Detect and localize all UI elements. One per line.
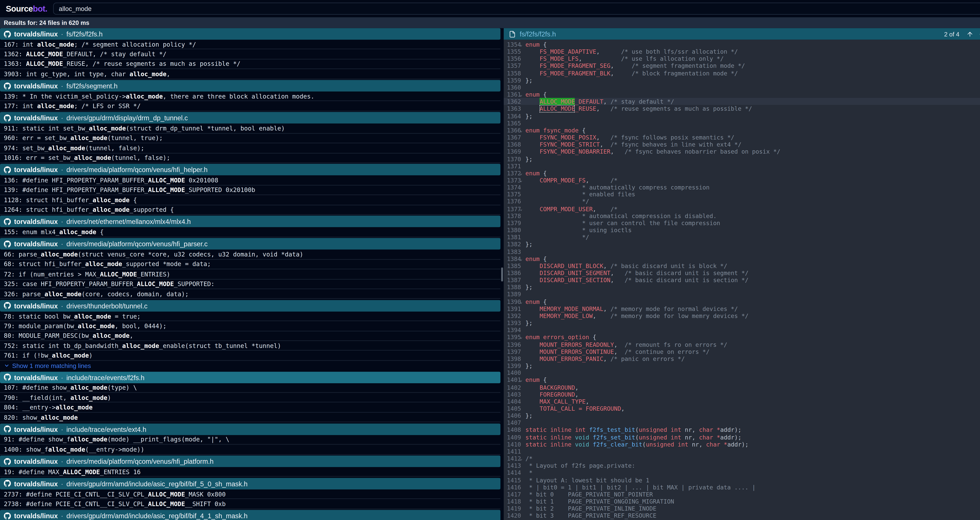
- match-line-row[interactable]: 107: #define show_alloc_mode(type) \: [0, 383, 500, 393]
- code-line-number[interactable]: 1354: [504, 41, 520, 48]
- match-line-row[interactable]: 911: static int set_bw_alloc_mode(struct…: [0, 124, 500, 134]
- show-more-matches-link[interactable]: Show 1 more matching lines: [0, 361, 500, 371]
- code-line-number[interactable]: 1419: [504, 505, 520, 512]
- file-match-header[interactable]: torvalds/linux·include/trace/events/f2fs…: [0, 372, 500, 383]
- match-line-row[interactable]: 2738: #define PCIE_CI_CNTL__CI_SLV_CPL_A…: [0, 499, 500, 509]
- match-line-row[interactable]: 19: #define MAX_ALLOC_MODE_ENTRIES 16: [0, 467, 500, 477]
- code-line-number[interactable]: 1369: [504, 148, 520, 155]
- fold-chevron-icon[interactable]: ⌄: [520, 376, 525, 383]
- match-line-row[interactable]: 761: if (!bw_alloc_mode): [0, 351, 500, 361]
- match-line-row[interactable]: 974: set_bw_alloc_mode(tunnel, false);: [0, 143, 500, 153]
- fold-chevron-icon[interactable]: ⌄: [520, 91, 525, 98]
- match-line-row[interactable]: 78: static bool bw_alloc_mode = true;: [0, 312, 500, 321]
- code-line-number[interactable]: 1409: [504, 434, 520, 440]
- code-line-number[interactable]: 1375: [504, 191, 520, 198]
- file-match-header[interactable]: torvalds/linux·include/trace/events/ext4…: [0, 423, 500, 435]
- code-line-number[interactable]: 1410: [504, 440, 520, 448]
- match-line-row[interactable]: 136: #define HFI_PROPERTY_PARAM_BUFFER_A…: [0, 176, 500, 185]
- match-line-row[interactable]: 66: parse_alloc_mode(struct venus_core *…: [0, 250, 500, 259]
- match-line-row[interactable]: 2737: #define PCIE_CI_CNTL__CI_SLV_CPL_A…: [0, 490, 500, 499]
- code-line-number[interactable]: 1418: [504, 498, 520, 505]
- code-line-number[interactable]: 1362: [504, 98, 520, 105]
- fold-chevron-icon[interactable]: ⌄: [520, 298, 525, 305]
- code-line-number[interactable]: 1379: [504, 219, 520, 226]
- match-line-row[interactable]: 752: static int tb_dp_bandwidth_alloc_mo…: [0, 341, 500, 351]
- fold-chevron-icon[interactable]: ⌄: [520, 334, 525, 341]
- match-line-row[interactable]: 1264: struct hfi_buffer_alloc_mode_suppo…: [0, 205, 500, 215]
- file-match-header[interactable]: torvalds/linux·fs/f2fs/f2fs.h: [0, 28, 500, 40]
- match-line-row[interactable]: 1128: struct hfi_buffer_alloc_mode {: [0, 196, 500, 205]
- code-line-number[interactable]: 1394: [504, 326, 520, 334]
- code-line-number[interactable]: 1397: [504, 348, 520, 355]
- file-match-header[interactable]: torvalds/linux·drivers/media/platform/qc…: [0, 456, 500, 467]
- code-line-number[interactable]: 1376: [504, 198, 520, 205]
- code-line-number[interactable]: 1390: [504, 298, 520, 305]
- match-line-row[interactable]: 804: __entry->alloc_mode: [0, 402, 500, 412]
- match-line-row[interactable]: 1016: err = set_bw_alloc_mode(tunnel, fa…: [0, 153, 500, 163]
- preview-file-path[interactable]: fs/f2fs/f2fs.h: [520, 30, 556, 38]
- file-match-header[interactable]: torvalds/linux·drivers/media/platform/qc…: [0, 164, 500, 176]
- file-match-header[interactable]: torvalds/linux·drivers/thunderbolt/tunne…: [0, 300, 500, 312]
- code-line-number[interactable]: 1399: [504, 362, 520, 369]
- match-line-row[interactable]: 167: int alloc_mode; /* segment allocati…: [0, 40, 500, 49]
- code-line-number[interactable]: 1413: [504, 462, 520, 469]
- match-line-row[interactable]: 79: module_param(bw_alloc_mode, bool, 04…: [0, 321, 500, 331]
- match-line-row[interactable]: 325: case HFI_PROPERTY_PARAM_BUFFER_ALLO…: [0, 279, 500, 289]
- code-line-number[interactable]: 1408: [504, 426, 520, 433]
- code-line-number[interactable]: 1420: [504, 512, 520, 519]
- code-line-number[interactable]: 1360: [504, 84, 520, 91]
- code-line-number[interactable]: 1355: [504, 48, 520, 55]
- code-line-number[interactable]: 1389: [504, 291, 520, 298]
- code-line-number[interactable]: 1411: [504, 448, 520, 455]
- file-match-header[interactable]: torvalds/linux·drivers/gpu/drm/amd/inclu…: [0, 478, 500, 490]
- fold-chevron-icon[interactable]: ⌄: [520, 41, 525, 48]
- match-line-row[interactable]: 139: #define HFI_PROPERTY_PARAM_BUFFER_A…: [0, 185, 500, 195]
- code-line-number[interactable]: 1368: [504, 141, 520, 148]
- code-line-number[interactable]: 1365: [504, 119, 520, 127]
- code-line-number[interactable]: 1358: [504, 70, 520, 76]
- code-line-number[interactable]: 1386: [504, 269, 520, 277]
- code-line-number[interactable]: 1382: [504, 241, 520, 248]
- code-line-number[interactable]: 1401: [504, 376, 520, 383]
- match-line-row[interactable]: 3903: int gc_type, int type, char alloc_…: [0, 69, 500, 79]
- code-line-number[interactable]: 1404: [504, 398, 520, 405]
- code-line-number[interactable]: 1385: [504, 262, 520, 269]
- match-line-row[interactable]: 1362: ALLOC_MODE_DEFAULT, /* stay defaul…: [0, 49, 500, 59]
- code-line-number[interactable]: 1363: [504, 105, 520, 112]
- code-line-number[interactable]: 1371: [504, 162, 520, 169]
- code-line-number[interactable]: 1381: [504, 234, 520, 241]
- fold-chevron-icon[interactable]: ⌄: [520, 170, 525, 177]
- code-line-number[interactable]: 1380: [504, 226, 520, 234]
- code-line-number[interactable]: 1406: [504, 412, 520, 419]
- file-match-header[interactable]: torvalds/linux·drivers/net/ethernet/mell…: [0, 216, 500, 227]
- code-line-number[interactable]: 1407: [504, 419, 520, 426]
- match-line-row[interactable]: 177: int alloc_mode; /* LFS or SSR */: [0, 101, 500, 111]
- match-line-row[interactable]: 155: enum mlx4_alloc_mode {: [0, 227, 500, 237]
- code-line-number[interactable]: 1417: [504, 491, 520, 498]
- fold-chevron-icon[interactable]: ⌄: [520, 255, 525, 262]
- code-line-number[interactable]: 1393: [504, 320, 520, 326]
- file-match-header[interactable]: torvalds/linux·fs/f2fs/segment.h: [0, 80, 500, 92]
- match-line-row[interactable]: 72: if (num_entries > MAX_ALLOC_MODE_ENT…: [0, 269, 500, 279]
- code-line-number[interactable]: 1372: [504, 170, 520, 177]
- code-line-number[interactable]: 1414: [504, 469, 520, 476]
- code-line-number[interactable]: 1366: [504, 127, 520, 134]
- fold-chevron-icon[interactable]: ⌄: [520, 455, 525, 462]
- code-line-number[interactable]: 1387: [504, 277, 520, 283]
- fold-chevron-icon[interactable]: ⌄: [520, 177, 525, 184]
- next-match-button[interactable]: [978, 30, 980, 38]
- code-line-number[interactable]: 1398: [504, 355, 520, 362]
- code-line-number[interactable]: 1364: [504, 112, 520, 119]
- search-input[interactable]: alloc_mode: [53, 3, 980, 15]
- code-line-number[interactable]: 1416: [504, 483, 520, 491]
- match-line-row[interactable]: 68: struct hfi_buffer_alloc_mode_support…: [0, 259, 500, 269]
- match-line-row[interactable]: 1400: show_falloc_mode(__entry->mode)): [0, 445, 500, 455]
- code-line-number[interactable]: 1392: [504, 312, 520, 319]
- code-line-number[interactable]: 1403: [504, 391, 520, 398]
- code-line-number[interactable]: 1377: [504, 205, 520, 212]
- code-line-number[interactable]: 1405: [504, 405, 520, 412]
- match-line-row[interactable]: 139: * In the victim_sel_policy->alloc_m…: [0, 92, 500, 101]
- match-line-row[interactable]: 790: __field(int, alloc_mode): [0, 393, 500, 402]
- code-line-number[interactable]: 1400: [504, 369, 520, 376]
- match-line-row[interactable]: 1363: ALLOC_MODE_REUSE, /* reuse segment…: [0, 59, 500, 69]
